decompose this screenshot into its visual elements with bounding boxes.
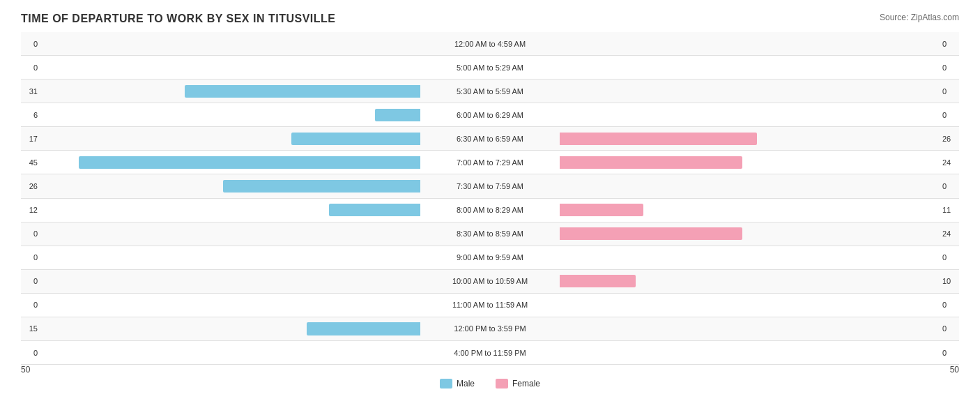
table-row: 0 11:00 AM to 11:59 AM 0 [21, 294, 959, 317]
female-value: 0 [940, 40, 959, 48]
right-section: 11 [560, 199, 959, 222]
table-row: 0 4:00 PM to 11:59 PM 0 [21, 341, 959, 365]
male-swatch [440, 379, 452, 388]
male-bar [307, 322, 421, 335]
female-value: 10 [940, 277, 959, 285]
female-value: 0 [940, 301, 959, 309]
female-bar-area [560, 103, 940, 126]
table-row: 6 6:00 AM to 6:29 AM 0 [21, 103, 959, 127]
right-section: 24 [560, 151, 959, 174]
bottom-section: 50 50 Male Female [21, 365, 959, 388]
female-value: 0 [940, 324, 959, 333]
male-bar-area [40, 270, 420, 293]
right-section: 0 [560, 80, 959, 103]
female-bar-area [560, 32, 940, 55]
male-bar [291, 133, 420, 145]
female-bar-area [560, 317, 940, 340]
male-bar [223, 180, 420, 193]
right-section: 0 [560, 56, 959, 79]
male-value: 26 [21, 182, 40, 190]
male-value: 0 [21, 229, 40, 238]
legend-male-label: Male [457, 379, 475, 388]
male-bar-area [40, 341, 420, 364]
left-section: 15 [21, 317, 420, 340]
right-section: 0 [560, 294, 959, 317]
female-bar-area [560, 80, 940, 103]
female-value: 0 [940, 182, 959, 190]
male-value: 17 [21, 135, 40, 143]
time-label: 6:00 AM to 6:29 AM [420, 111, 560, 119]
table-row: 0 9:00 AM to 9:59 AM 0 [21, 246, 959, 270]
female-swatch [496, 379, 508, 388]
time-label: 5:00 AM to 5:29 AM [420, 63, 560, 72]
female-bar-area [560, 127, 940, 150]
left-section: 0 [21, 341, 420, 364]
right-section: 0 [560, 246, 959, 269]
male-bar [185, 85, 420, 98]
left-section: 26 [21, 174, 420, 197]
female-bar-area [560, 56, 940, 79]
right-section: 24 [560, 222, 959, 246]
male-bar-area [40, 199, 420, 222]
female-value: 26 [940, 135, 959, 143]
axis-row: 50 50 [21, 365, 959, 375]
male-value: 0 [21, 40, 40, 48]
female-bar-area [560, 199, 940, 222]
left-section: 0 [21, 246, 420, 269]
right-section: 0 [560, 174, 959, 197]
time-label: 8:00 AM to 8:29 AM [420, 206, 560, 214]
male-bar-area [40, 246, 420, 269]
left-section: 0 [21, 32, 420, 55]
left-section: 17 [21, 127, 420, 150]
right-section: 0 [560, 103, 959, 126]
chart-inner: 0 12:00 AM to 4:59 AM 0 0 5:00 AM to 5:2… [21, 29, 959, 397]
male-bar-area [40, 80, 420, 103]
left-section: 6 [21, 103, 420, 126]
female-value: 0 [940, 253, 959, 262]
male-value: 0 [21, 349, 40, 357]
chart-title: TIME OF DEPARTURE TO WORK BY SEX IN TITU… [21, 13, 959, 25]
left-section: 45 [21, 151, 420, 174]
male-value: 31 [21, 87, 40, 96]
source-text: Source: ZipAtlas.com [880, 13, 959, 22]
male-bar-area [40, 294, 420, 317]
female-bar [560, 156, 742, 169]
male-value: 0 [21, 253, 40, 262]
male-value: 15 [21, 324, 40, 333]
male-bar-area [40, 103, 420, 126]
female-bar [560, 275, 636, 287]
left-section: 0 [21, 294, 420, 317]
table-row: 45 7:00 AM to 7:29 AM 24 [21, 151, 959, 174]
table-row: 0 12:00 AM to 4:59 AM 0 [21, 32, 959, 56]
right-section: 10 [560, 270, 959, 293]
female-bar [560, 227, 742, 240]
female-bar-area [560, 341, 940, 364]
female-value: 0 [940, 111, 959, 119]
time-label: 12:00 AM to 4:59 AM [420, 40, 560, 48]
male-bar [375, 109, 420, 121]
female-value: 0 [940, 87, 959, 96]
time-label: 11:00 AM to 11:59 AM [420, 301, 560, 309]
table-row: 17 6:30 AM to 6:59 AM 26 [21, 127, 959, 151]
female-value: 0 [940, 349, 959, 357]
female-value: 24 [940, 229, 959, 238]
time-label: 8:30 AM to 8:59 AM [420, 229, 560, 238]
female-bar-area [560, 222, 940, 246]
left-section: 0 [21, 56, 420, 79]
table-row: 12 8:00 AM to 8:29 AM 11 [21, 199, 959, 222]
female-value: 24 [940, 158, 959, 167]
right-section: 26 [560, 127, 959, 150]
female-bar-area [560, 151, 940, 174]
axis-label-right: 50 [950, 365, 959, 375]
male-value: 0 [21, 63, 40, 72]
time-label: 10:00 AM to 10:59 AM [420, 277, 560, 285]
axis-right: 50 [551, 365, 959, 375]
legend-female: Female [496, 379, 540, 388]
table-row: 31 5:30 AM to 5:59 AM 0 [21, 80, 959, 103]
left-section: 0 [21, 222, 420, 246]
left-section: 31 [21, 80, 420, 103]
table-row: 0 8:30 AM to 8:59 AM 24 [21, 222, 959, 246]
time-label: 4:00 PM to 11:59 PM [420, 349, 560, 357]
time-label: 5:30 AM to 5:59 AM [420, 87, 560, 96]
time-label: 7:00 AM to 7:29 AM [420, 158, 560, 167]
